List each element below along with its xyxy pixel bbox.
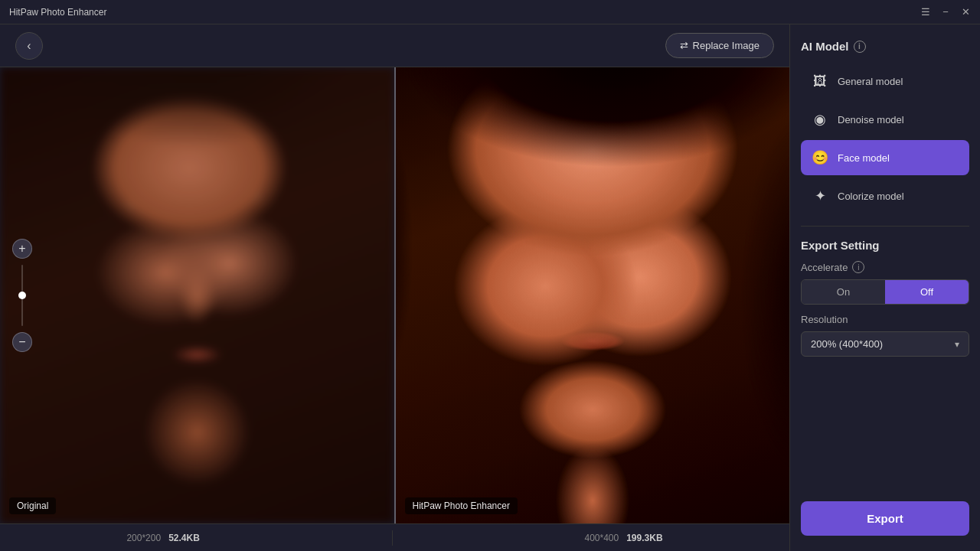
accelerate-info-icon[interactable]: i <box>852 261 864 273</box>
app-title: HitPaw Photo Enhancer <box>9 7 106 18</box>
model-item-denoise[interactable]: ◉ Denoise model <box>801 102 969 137</box>
accelerate-row: Accelerate i <box>801 261 969 273</box>
info-separator <box>392 530 393 546</box>
main-container: ‹ ⇄ Replace Image Original HitPaw Photo … <box>0 24 980 551</box>
toggle-on-button[interactable]: On <box>802 280 885 304</box>
denoise-model-label: Denoise model <box>838 114 904 126</box>
replace-image-button[interactable]: ⇄ Replace Image <box>665 33 774 58</box>
original-info: 200*200 52.4KB <box>126 533 199 543</box>
menu-icon[interactable]: ☰ <box>920 7 931 18</box>
enhanced-size: 199.3KB <box>626 533 662 543</box>
original-size: 52.4KB <box>168 533 200 543</box>
resolution-dropdown[interactable]: 200% (400*400) ▾ <box>801 331 969 357</box>
image-panel: ‹ ⇄ Replace Image Original HitPaw Photo … <box>0 24 789 551</box>
panel-divider <box>801 226 969 227</box>
chevron-down-icon: ▾ <box>955 339 959 350</box>
toggle-off-button[interactable]: Off <box>885 280 969 304</box>
enhanced-dimensions: 400*400 <box>584 533 619 543</box>
general-model-icon: 🖼 <box>810 71 830 91</box>
ai-model-info-icon[interactable]: i <box>854 41 866 53</box>
titlebar: HitPaw Photo Enhancer ☰ − ✕ <box>0 0 980 24</box>
enhanced-info: 400*400 199.3KB <box>584 533 662 543</box>
general-model-label: General model <box>838 76 903 87</box>
enhanced-image <box>396 67 790 523</box>
model-item-colorize[interactable]: ✦ Colorize model <box>801 178 969 214</box>
replace-icon: ⇄ <box>680 40 688 51</box>
denoise-model-icon: ◉ <box>810 109 830 129</box>
export-section: Export Setting Accelerate i On Off Resol… <box>801 239 969 357</box>
enhanced-image-side: HitPaw Photo Enhancer <box>396 67 790 523</box>
spacer <box>801 364 969 494</box>
toolbar: ‹ ⇄ Replace Image <box>0 24 789 67</box>
model-list: 🖼 General model ◉ Denoise model 😊 Face m… <box>801 64 969 214</box>
ai-model-title: AI Model i <box>801 40 969 53</box>
back-button[interactable]: ‹ <box>15 32 43 60</box>
replace-label: Replace Image <box>693 40 760 51</box>
right-panel: AI Model i 🖼 General model ◉ Denoise mod… <box>789 24 980 551</box>
close-button[interactable]: ✕ <box>960 7 971 18</box>
colorize-model-label: Colorize model <box>838 191 904 202</box>
model-item-face[interactable]: 😊 Face model <box>801 140 969 175</box>
images-container: Original HitPaw Photo Enhancer + − <box>0 67 789 523</box>
info-bar: 200*200 52.4KB 400*400 199.3KB <box>0 523 789 551</box>
original-image <box>0 67 394 523</box>
enhanced-label: HitPaw Photo Enhancer <box>405 497 518 514</box>
face-model-icon: 😊 <box>810 148 830 168</box>
face-model-label: Face model <box>838 152 890 164</box>
model-item-general[interactable]: 🖼 General model <box>801 64 969 99</box>
zoom-track[interactable] <box>21 265 23 326</box>
export-settings-title: Export Setting <box>801 239 969 252</box>
zoom-out-button[interactable]: − <box>12 332 32 352</box>
accelerate-toggle-group: On Off <box>801 279 969 305</box>
accelerate-text: Accelerate <box>801 262 848 273</box>
zoom-in-button[interactable]: + <box>12 239 32 259</box>
window-controls: ☰ − ✕ <box>920 7 971 18</box>
zoom-controls: + − <box>12 239 32 352</box>
resolution-label: Resolution <box>801 314 969 325</box>
original-label: Original <box>9 497 56 514</box>
original-dimensions: 200*200 <box>126 533 161 543</box>
export-button[interactable]: Export <box>801 501 969 536</box>
resolution-value: 200% (400*400) <box>811 338 883 350</box>
minimize-button[interactable]: − <box>940 7 951 18</box>
colorize-model-icon: ✦ <box>810 186 830 206</box>
zoom-thumb <box>18 292 26 299</box>
original-image-side: Original <box>0 67 394 523</box>
image-divider <box>394 67 396 523</box>
